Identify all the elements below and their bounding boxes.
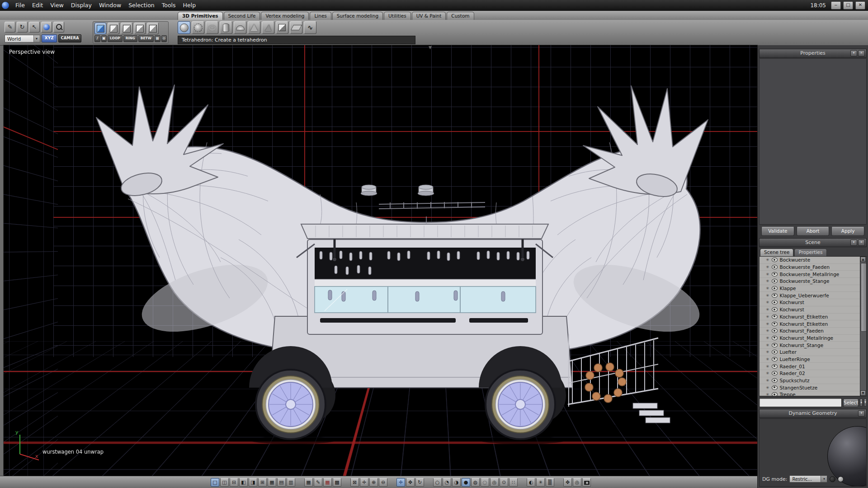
shading-smooth-icon[interactable]: [462, 478, 470, 487]
layout-three-right-icon[interactable]: [249, 478, 257, 487]
abort-button[interactable]: Abort: [797, 227, 830, 236]
material-icon[interactable]: [766, 364, 769, 369]
layout-two-horizontal-icon[interactable]: [230, 478, 238, 487]
plane-primitive-icon[interactable]: [290, 21, 302, 34]
crosshair-icon[interactable]: [360, 478, 368, 487]
delete-view-icon[interactable]: [350, 478, 359, 487]
half-sphere-primitive-icon[interactable]: [234, 21, 246, 34]
menu-display[interactable]: Display: [67, 0, 95, 11]
grow-selection-icon[interactable]: [155, 35, 160, 42]
visibility-eye-icon[interactable]: [772, 300, 778, 305]
scene-tree-item[interactable]: Kochwurst_Faeden: [760, 328, 866, 335]
pan-view-icon[interactable]: [563, 478, 572, 487]
tree-filter-input[interactable]: [759, 398, 842, 407]
visibility-eye-icon[interactable]: [772, 286, 778, 291]
menu-file[interactable]: File: [12, 0, 28, 11]
material-icon[interactable]: [766, 272, 769, 277]
material-icon[interactable]: [766, 286, 769, 291]
cube-primitive-icon[interactable]: [276, 21, 288, 34]
scene-tree-item[interactable]: LuefterRinge: [760, 356, 866, 363]
material-icon[interactable]: [766, 350, 769, 354]
stairs-stand[interactable]: [568, 334, 670, 423]
tab-uv-paint[interactable]: UV & Paint: [412, 12, 446, 20]
checker-icon[interactable]: [333, 478, 341, 487]
orbit-tool-icon[interactable]: [17, 22, 28, 33]
material-icon[interactable]: [766, 343, 769, 347]
scene-panel-header[interactable]: Scene: [759, 238, 867, 247]
tab-surface-modeling[interactable]: Surface modeling: [332, 12, 383, 20]
ring-button[interactable]: RING: [123, 35, 137, 42]
shading-flat-lines-icon[interactable]: [452, 478, 461, 487]
scene-tree-item[interactable]: Kochwurst_Etiketten: [760, 314, 866, 321]
select-objects-icon[interactable]: [134, 23, 146, 34]
chevron-down-icon[interactable]: [33, 35, 40, 42]
dynamic-geometry-header[interactable]: Dynamic Geometry: [759, 409, 867, 418]
scene-tree-item[interactable]: Bockwuerste: [760, 257, 866, 264]
select-edges-icon[interactable]: [108, 23, 119, 34]
scene-tree-item[interactable]: Klappe: [760, 285, 866, 292]
layout-rows-icon[interactable]: [277, 478, 286, 487]
tab-utilities[interactable]: Utilities: [384, 12, 411, 20]
visibility-eye-icon[interactable]: [772, 357, 778, 361]
material-icon[interactable]: [766, 357, 769, 361]
menu-help[interactable]: Help: [179, 0, 200, 11]
tab-custom[interactable]: Custom: [447, 12, 474, 20]
geodesic-primitive-icon[interactable]: [192, 21, 204, 34]
layout-three-left-icon[interactable]: [239, 478, 248, 487]
shading-flat-icon[interactable]: [443, 478, 451, 487]
light-icon[interactable]: [536, 478, 545, 487]
tetrahedron-primitive-icon[interactable]: [262, 21, 274, 34]
rotate-tool-icon[interactable]: [415, 478, 424, 487]
wheel-front-right[interactable]: [486, 370, 555, 439]
torus-primitive-icon[interactable]: [206, 21, 218, 34]
clip-plane-icon[interactable]: [527, 478, 535, 487]
menu-view[interactable]: View: [47, 0, 67, 11]
visibility-eye-icon[interactable]: [772, 328, 778, 333]
material-icon[interactable]: [766, 307, 769, 312]
world-selector[interactable]: World: [5, 35, 40, 42]
scene-tree-item[interactable]: StangenStuetze: [760, 384, 866, 391]
tree-scrollbar[interactable]: [860, 257, 866, 396]
camera-mode-button[interactable]: CAMERA: [58, 34, 81, 42]
visibility-eye-icon[interactable]: [772, 258, 778, 262]
shading-outline-icon[interactable]: [490, 478, 499, 487]
close-icon[interactable]: [858, 239, 865, 246]
layout-two-vertical-icon[interactable]: [220, 478, 229, 487]
tab-scene-tree[interactable]: Scene tree: [760, 249, 793, 256]
apply-button[interactable]: Apply: [831, 227, 864, 236]
minimize-button[interactable]: [831, 1, 841, 9]
scene-tree-item[interactable]: Bockwuerste_Faeden: [760, 264, 866, 271]
visibility-eye-icon[interactable]: [772, 343, 778, 347]
material-icon[interactable]: [766, 258, 769, 262]
tab-scene-properties[interactable]: Properties: [794, 249, 826, 256]
visibility-eye-icon[interactable]: [772, 307, 778, 312]
shrink-selection-icon[interactable]: [161, 35, 167, 42]
select-points-icon[interactable]: [94, 23, 106, 34]
select-all-icon[interactable]: [147, 23, 159, 34]
visibility-eye-icon[interactable]: [772, 350, 778, 354]
xyz-button[interactable]: XYZ: [42, 34, 57, 42]
cabin[interactable]: [297, 233, 553, 334]
helix-primitive-icon[interactable]: [304, 21, 316, 34]
scene-tree-item[interactable]: Kochwurst_Metallringe: [760, 335, 866, 342]
scene-tree-item[interactable]: Bockwuerste_Metallringe: [760, 271, 866, 278]
material-icon[interactable]: [766, 293, 769, 298]
perspective-viewport[interactable]: Perspective view y x wurstwagen 04 unwra…: [4, 45, 757, 476]
tab-lines[interactable]: Lines: [310, 12, 331, 20]
material-icon[interactable]: [766, 279, 769, 283]
visibility-eye-icon[interactable]: [772, 378, 778, 383]
mini-up-button[interactable]: [860, 399, 863, 407]
layout-single-icon[interactable]: [211, 478, 219, 487]
scene-tree-item[interactable]: Klappe_Ueberwuerfe: [760, 292, 866, 299]
close-icon[interactable]: [858, 50, 865, 56]
material-icon[interactable]: [766, 336, 769, 340]
scroll-down-icon[interactable]: [860, 390, 866, 396]
edge-pick-icon[interactable]: [94, 35, 100, 42]
close-button[interactable]: [855, 1, 865, 9]
viewport-collapse-handle[interactable]: [429, 45, 432, 50]
validate-button[interactable]: Validate: [761, 227, 794, 236]
visibility-eye-icon[interactable]: [772, 322, 778, 326]
menu-tools[interactable]: Tools: [158, 0, 179, 11]
target-view-icon[interactable]: [573, 478, 581, 487]
wheel-front-left[interactable]: [256, 370, 326, 439]
